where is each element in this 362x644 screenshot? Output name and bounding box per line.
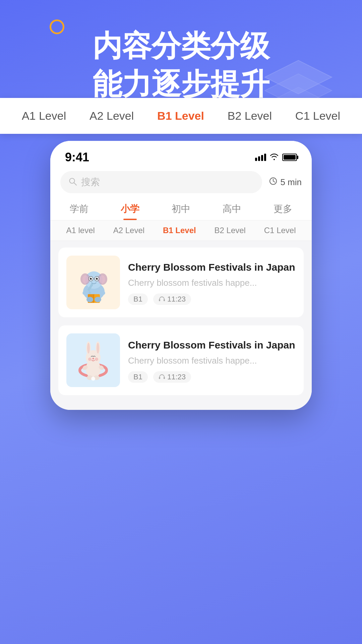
svg-point-26 — [95, 297, 101, 302]
card-level-2: B1 — [128, 371, 148, 383]
hero-title: 内容分类分级 能力逐步提升 — [20, 27, 342, 104]
svg-rect-48 — [164, 377, 165, 379]
level-item-c1[interactable]: C1 Level — [291, 107, 344, 124]
tab-middle[interactable]: 初中 — [156, 197, 206, 220]
svg-point-36 — [87, 343, 90, 354]
headphone-icon — [159, 296, 165, 303]
svg-rect-47 — [159, 377, 160, 379]
level-item-b2[interactable]: B2 Level — [224, 107, 276, 124]
battery-icon — [282, 154, 297, 161]
hero-line1: 内容分类分级 — [20, 27, 342, 65]
category-tabs: 学前 小学 初中 高中 更多 — [50, 197, 312, 220]
svg-rect-31 — [164, 299, 165, 301]
card-desc-2: Cherry blossom festivals happe... — [128, 356, 296, 366]
card-info-2: Cherry Blossom Festivals in Japan Cherry… — [128, 338, 296, 383]
tab-preschool[interactable]: 学前 — [54, 197, 105, 220]
signal-icon — [255, 154, 266, 161]
content-card-2[interactable]: Cherry Blossom Festivals in Japan Cherry… — [58, 325, 304, 395]
card-info-1: Cherry Blossom Festivals in Japan Cherry… — [128, 260, 296, 305]
svg-line-7 — [273, 181, 275, 182]
tab-more[interactable]: 更多 — [257, 197, 308, 220]
level-item-a2[interactable]: A2 Level — [85, 107, 138, 124]
sub-level-a2[interactable]: A2 Level — [113, 226, 144, 235]
card-tags-2: B1 11:23 — [128, 371, 296, 383]
card-thumbnail-1 — [66, 256, 120, 309]
time-filter-label: 5 min — [280, 177, 302, 187]
card-title-2: Cherry Blossom Festivals in Japan — [128, 338, 296, 352]
search-placeholder: 搜索 — [81, 176, 100, 189]
svg-rect-30 — [159, 299, 160, 301]
svg-line-4 — [74, 183, 76, 185]
sub-level-b2[interactable]: B2 Level — [215, 226, 246, 235]
svg-point-13 — [99, 275, 105, 283]
sub-level-b1[interactable]: B1 Level — [163, 226, 196, 235]
svg-point-19 — [97, 278, 98, 278]
card-level-1: B1 — [128, 293, 148, 305]
svg-point-39 — [88, 358, 92, 361]
search-bar[interactable]: 搜索 — [60, 171, 262, 193]
status-time: 9:41 — [65, 150, 89, 164]
content-card-1[interactable]: Cherry Blossom Festivals in Japan Cherry… — [58, 248, 304, 317]
svg-point-41 — [93, 358, 94, 360]
card-desc-1: Cherry blossom festivals happe... — [128, 278, 296, 288]
time-filter[interactable]: 5 min — [269, 177, 302, 188]
card-duration-1: 11:23 — [153, 293, 191, 305]
clock-icon — [269, 177, 278, 188]
status-bar: 9:41 — [50, 141, 312, 168]
card-tags-1: B1 11:23 — [128, 293, 296, 305]
sub-level-bar: A1 level A2 Level B1 Level B2 Level C1 L… — [50, 220, 312, 241]
content-list: Cherry Blossom Festivals in Japan Cherry… — [50, 241, 312, 410]
svg-point-16 — [91, 278, 92, 278]
card-title-1: Cherry Blossom Festivals in Japan — [128, 260, 296, 274]
level-item-b1[interactable]: B1 Level — [153, 107, 208, 124]
status-icons — [255, 152, 297, 163]
phone-mockup: 9:41 — [50, 141, 312, 410]
wifi-icon — [269, 152, 279, 163]
svg-point-11 — [82, 275, 88, 283]
card-thumbnail-2 — [66, 333, 120, 387]
svg-point-25 — [86, 297, 93, 302]
search-icon — [68, 177, 77, 187]
tab-high[interactable]: 高中 — [206, 197, 257, 220]
svg-point-40 — [95, 358, 98, 361]
level-item-a1[interactable]: A1 Level — [18, 107, 70, 124]
svg-point-46 — [91, 377, 95, 381]
search-bar-row: 搜索 5 min — [50, 168, 312, 197]
headphone-icon-2 — [159, 374, 165, 380]
level-bar-overlay: A1 Level A2 Level B1 Level B2 Level C1 L… — [0, 98, 362, 134]
sub-level-a1[interactable]: A1 level — [66, 226, 95, 235]
tab-primary[interactable]: 小学 — [105, 197, 156, 220]
card-duration-2: 11:23 — [153, 371, 191, 383]
sub-level-c1[interactable]: C1 Level — [264, 226, 296, 235]
hero-section: 内容分类分级 能力逐步提升 — [0, 27, 362, 104]
svg-point-38 — [97, 343, 99, 354]
